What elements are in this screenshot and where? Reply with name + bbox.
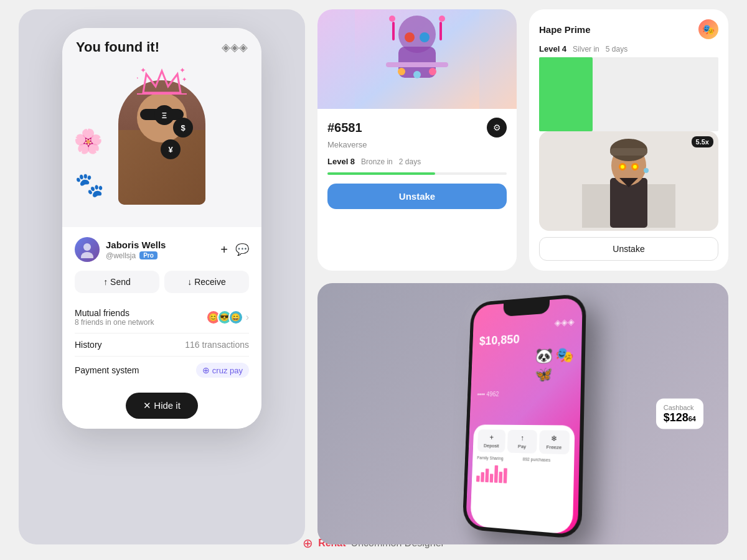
side-info: Cashback $12864 bbox=[656, 399, 703, 429]
family-sharing-stat: Family Sharing bbox=[477, 455, 520, 461]
nft-image-mekaverse bbox=[317, 9, 517, 109]
mutual-friends-row: Mutual friends 8 friends in one network … bbox=[75, 302, 249, 334]
cashback-amount: $12864 bbox=[664, 411, 696, 424]
svg-point-15 bbox=[439, 16, 445, 22]
profile-handle: @wellsja bbox=[106, 251, 136, 260]
crown-svg: ✦ ✦ ✦ ✦ bbox=[137, 68, 187, 99]
nft-level: Level 8 bbox=[327, 157, 355, 166]
hape-days: 5 days bbox=[606, 45, 627, 54]
phone-card-header: You found it! ◈◈◈ bbox=[62, 28, 261, 55]
profile-actions: + 💬 bbox=[220, 243, 249, 257]
nft-art-svg bbox=[355, 9, 479, 109]
mutual-friends-info: Mutual friends 8 friends in one network bbox=[75, 308, 154, 327]
hape-avatar: 🎭 bbox=[698, 19, 718, 39]
phone-card: You found it! ◈◈◈ ✦ ✦ ✦ ✦ bbox=[62, 28, 261, 429]
card-nft-stickers: 🐼 🎭 🦋 bbox=[534, 346, 574, 383]
mutual-friends-sub: 8 friends in one network bbox=[75, 318, 154, 327]
hape-progress-bar bbox=[539, 57, 718, 131]
phone-white-section: + Deposit ↑ Pay ❄ Freeze bbox=[470, 425, 575, 534]
payment-row: Payment system ⊕ cruz pay bbox=[75, 357, 249, 384]
svg-point-19 bbox=[429, 68, 436, 75]
payment-name: cruz pay bbox=[212, 366, 243, 375]
sticker-blob: 🌸 bbox=[73, 128, 103, 155]
freeze-icon: ❄ bbox=[542, 434, 567, 444]
svg-point-5 bbox=[83, 243, 91, 251]
nft-progress-fill bbox=[327, 172, 435, 175]
svg-point-18 bbox=[413, 71, 421, 78]
phone-pay-btn[interactable]: ↑ Pay bbox=[507, 430, 537, 454]
payment-badge: ⊕ cruz pay bbox=[196, 363, 249, 378]
svg-point-30 bbox=[644, 168, 649, 173]
hape-silver: Silver in bbox=[573, 45, 599, 54]
pro-badge: Pro bbox=[139, 251, 157, 259]
nft-days: 2 days bbox=[399, 157, 421, 166]
hide-button[interactable]: ✕ Hide it bbox=[126, 393, 198, 419]
phone-freeze-btn[interactable]: ❄ Freeze bbox=[539, 431, 570, 455]
svg-point-29 bbox=[633, 165, 637, 169]
hape-card: Hape Prime 🎭 Level 4 Silver in 5 days 5.… bbox=[529, 9, 728, 271]
phone-balance: $10,850 bbox=[479, 329, 575, 348]
send-button[interactable]: ↑ Send bbox=[75, 271, 159, 293]
found-title: You found it! bbox=[76, 39, 159, 55]
phone-screen: ◈◈◈ $10,850 🐼 🎭 🦋 •••• 4962 bbox=[466, 297, 583, 535]
left-panel: You found it! ◈◈◈ ✦ ✦ ✦ ✦ bbox=[19, 9, 305, 544]
person-image-area: ✦ ✦ ✦ ✦ bbox=[62, 55, 261, 205]
svg-rect-13 bbox=[439, 22, 442, 40]
phone-stats-row: Family Sharing 892 purchases bbox=[477, 455, 569, 463]
chevron-right-icon: › bbox=[246, 312, 249, 323]
eth-badge: Ξ bbox=[154, 105, 174, 125]
nft-sticker-2: 🎭 bbox=[555, 346, 574, 364]
svg-rect-12 bbox=[392, 22, 395, 40]
bar-3 bbox=[485, 469, 489, 483]
payment-label: Payment system bbox=[75, 365, 139, 375]
svg-point-28 bbox=[621, 165, 624, 169]
bar-4 bbox=[490, 474, 494, 483]
family-sharing-label: Family Sharing bbox=[477, 455, 520, 461]
purchases-label: 892 purchases bbox=[523, 457, 570, 464]
unstake-button-hape[interactable]: Unstake bbox=[539, 237, 718, 261]
nft-collection: Mekaverse bbox=[327, 140, 507, 149]
phone-top-area: You found it! ◈◈◈ ✦ ✦ ✦ ✦ bbox=[62, 28, 261, 227]
nft-menu-button[interactable]: ⚙ bbox=[487, 118, 507, 138]
info-rows: Mutual friends 8 friends in one network … bbox=[75, 302, 249, 384]
card-last-digits: 4962 bbox=[486, 391, 499, 398]
phone-deposit-btn[interactable]: + Deposit bbox=[477, 430, 506, 453]
freeze-label: Freeze bbox=[542, 444, 567, 450]
deposit-icon: + bbox=[480, 433, 504, 442]
receive-button[interactable]: ↓ Receive bbox=[164, 271, 249, 293]
svg-point-14 bbox=[389, 16, 395, 22]
nft-bronze-label: Bronze in bbox=[361, 157, 393, 166]
svg-text:✦: ✦ bbox=[179, 68, 186, 75]
history-value: 116 transactions bbox=[185, 340, 249, 350]
svg-point-11 bbox=[420, 32, 430, 42]
bar-7 bbox=[504, 469, 507, 483]
profile-row: Jaboris Wells @wellsja Pro + 💬 bbox=[75, 237, 249, 262]
bar-6 bbox=[499, 472, 502, 483]
hape-header: Hape Prime 🎭 bbox=[539, 19, 718, 39]
payment-logo-icon: ⊕ bbox=[202, 365, 210, 375]
cashback-card: Cashback $12864 bbox=[656, 399, 703, 429]
yen-badge: ¥ bbox=[161, 139, 181, 159]
right-panel: #6581 ⚙ Mekaverse Level 8 Bronze in 2 da… bbox=[317, 9, 728, 544]
nft-title-row: #6581 ⚙ bbox=[327, 118, 507, 138]
history-label: History bbox=[75, 340, 102, 350]
anime-art-svg bbox=[582, 134, 675, 228]
hape-nft-image: 5.5x bbox=[539, 131, 718, 231]
unstake-button-mekaverse[interactable]: Unstake bbox=[327, 184, 507, 209]
hape-level-row: Level 4 Silver in 5 days bbox=[539, 44, 718, 54]
friends-avatars: 😊 😎 😄 bbox=[206, 310, 243, 325]
pay-label: Pay bbox=[510, 444, 534, 450]
nft-details-mekaverse: #6581 ⚙ Mekaverse Level 8 Bronze in 2 da… bbox=[317, 109, 517, 218]
multiplier-badge: 5.5x bbox=[692, 136, 713, 147]
add-friend-button[interactable]: + bbox=[220, 243, 228, 257]
right-top: #6581 ⚙ Mekaverse Level 8 Bronze in 2 da… bbox=[317, 9, 728, 271]
hape-title: Hape Prime bbox=[539, 24, 591, 35]
bar-5 bbox=[494, 465, 498, 483]
profile-handle-row: @wellsja Pro bbox=[106, 251, 214, 260]
message-button[interactable]: 💬 bbox=[235, 243, 249, 256]
svg-point-6 bbox=[81, 252, 93, 258]
mutual-friends-label: Mutual friends bbox=[75, 308, 154, 318]
profile-name: Jaboris Wells bbox=[106, 240, 214, 250]
mutual-friends-right: 😊 😎 😄 › bbox=[206, 310, 249, 325]
bar-2 bbox=[481, 472, 484, 482]
